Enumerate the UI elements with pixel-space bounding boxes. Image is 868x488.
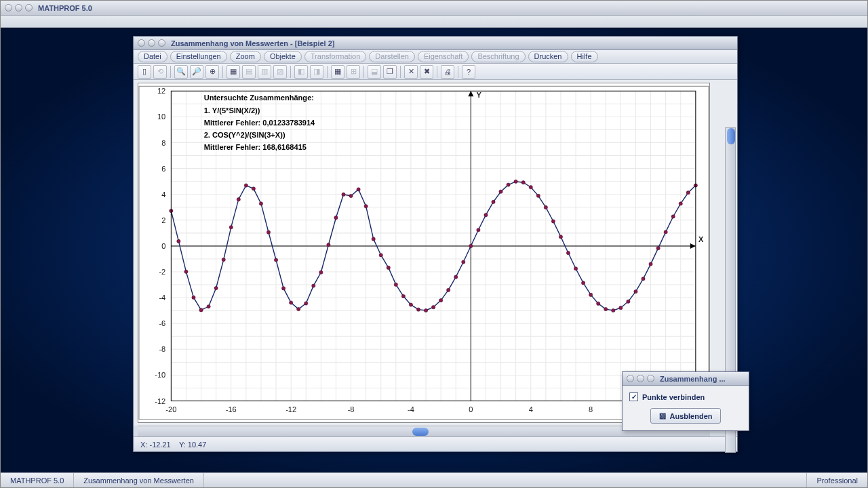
- svg-point-108: [312, 284, 315, 287]
- svg-text:X: X: [698, 235, 704, 243]
- app-window: MATHPROF 5.0 Zusammenhang von Messwerten…: [0, 0, 868, 488]
- svg-point-91: [184, 270, 188, 273]
- window-dot[interactable]: [637, 375, 644, 382]
- connect-points-checkbox[interactable]: [629, 392, 638, 401]
- tool-delete-2[interactable]: ✖: [420, 65, 433, 79]
- svg-point-130: [477, 228, 480, 232]
- menu-eigenschaft: Eigenschaft: [418, 51, 469, 62]
- svg-point-115: [364, 205, 368, 208]
- svg-point-94: [207, 305, 210, 308]
- window-dot[interactable]: [627, 375, 634, 382]
- toolbar-separator: [363, 66, 364, 78]
- svg-point-98: [237, 198, 240, 201]
- svg-point-141: [559, 235, 562, 239]
- svg-point-127: [454, 275, 458, 279]
- tool-page[interactable]: ▯: [138, 65, 151, 79]
- svg-text:12: 12: [157, 87, 165, 95]
- toolbar-separator: [170, 66, 171, 78]
- svg-point-100: [252, 187, 255, 190]
- svg-text:0: 0: [161, 242, 165, 250]
- svg-point-139: [544, 205, 547, 209]
- tool-data: ⊞: [347, 65, 360, 79]
- window-dot[interactable]: [158, 39, 165, 47]
- svg-point-93: [199, 308, 203, 312]
- svg-point-96: [222, 258, 225, 262]
- svg-point-138: [536, 194, 540, 197]
- menu-hilfe[interactable]: Hilfe: [571, 51, 598, 62]
- tool-panel-1: ◧: [294, 65, 308, 79]
- tool-zoom-in[interactable]: 🔍: [174, 65, 188, 79]
- svg-point-117: [379, 253, 382, 257]
- svg-text:-20: -20: [165, 405, 176, 413]
- float-titlebar[interactable]: Zusammenhang ...: [623, 372, 749, 386]
- child-titlebar[interactable]: Zusammenhang von Messwerten - [Beispiel …: [134, 37, 737, 50]
- child-window-controls[interactable]: [138, 39, 165, 47]
- svg-text:8: 8: [589, 405, 593, 413]
- svg-point-97: [229, 226, 233, 229]
- app-titlebar[interactable]: MATHPROF 5.0: [1, 1, 867, 16]
- status-app: MATHPROF 5.0: [1, 473, 74, 487]
- window-dot[interactable]: [25, 4, 33, 12]
- menu-darstellen: Darstellen: [369, 51, 415, 62]
- window-dot[interactable]: [5, 4, 12, 12]
- scroll-thumb[interactable]: [727, 128, 735, 144]
- svg-point-90: [177, 239, 180, 243]
- tool-help[interactable]: ?: [462, 65, 475, 79]
- tool-layout-1: ▤: [242, 65, 256, 79]
- hide-button[interactable]: ▨ Ausblenden: [650, 408, 722, 424]
- svg-point-148: [612, 308, 615, 312]
- window-dot[interactable]: [138, 39, 145, 47]
- child-window: Zusammenhang von Messwerten - [Beispiel …: [133, 36, 738, 452]
- svg-text:2: 2: [161, 216, 165, 224]
- svg-text:2. COS(Y^2)/(SIN(3+X)): 2. COS(Y^2)/(SIN(3+X)): [204, 131, 285, 139]
- tool-win-2[interactable]: ❐: [383, 65, 397, 79]
- window-dot[interactable]: [647, 375, 654, 382]
- tool-table[interactable]: ▦: [331, 65, 344, 79]
- svg-point-145: [589, 293, 593, 296]
- connect-points-row[interactable]: Punkte verbinden: [629, 392, 742, 401]
- tool-grid[interactable]: ▦: [226, 65, 240, 79]
- float-window-controls[interactable]: [627, 375, 654, 382]
- svg-text:-10: -10: [155, 371, 165, 379]
- menu-datei[interactable]: Datei: [138, 51, 167, 62]
- app-statusbar: MATHPROF 5.0 Zusammenhang von Messwerten…: [1, 472, 867, 487]
- scroll-thumb[interactable]: [412, 428, 429, 436]
- window-dot[interactable]: [148, 39, 155, 47]
- menu-drucken[interactable]: Drucken: [528, 51, 568, 62]
- svg-point-143: [574, 267, 577, 270]
- svg-point-144: [581, 281, 585, 285]
- svg-point-146: [597, 302, 600, 305]
- svg-point-158: [686, 191, 690, 195]
- status-edition: Professional: [806, 473, 867, 487]
- svg-point-103: [274, 258, 277, 262]
- svg-point-125: [439, 299, 443, 302]
- svg-text:-8: -8: [159, 345, 165, 353]
- svg-text:4: 4: [529, 405, 533, 413]
- coord-x-value: -12.21: [149, 441, 170, 449]
- menu-zoom[interactable]: Zoom: [230, 51, 261, 62]
- svg-point-124: [431, 306, 435, 309]
- svg-text:-8: -8: [348, 405, 355, 413]
- toolbar: ▯⟲🔍🔎⊕▦▤▥▧◧◨▦⊞⬓❐✕✖🖨?: [134, 64, 737, 80]
- window-dot[interactable]: [15, 4, 22, 12]
- tool-zoom-out[interactable]: 🔎: [190, 65, 203, 79]
- menu-objekte[interactable]: Objekte: [264, 51, 302, 62]
- tool-zoom-region[interactable]: ⊕: [205, 65, 219, 79]
- window-controls[interactable]: [5, 4, 33, 12]
- svg-point-122: [416, 308, 420, 311]
- tool-print[interactable]: 🖨: [441, 65, 454, 79]
- svg-point-129: [469, 244, 473, 247]
- svg-point-154: [656, 247, 660, 250]
- svg-point-110: [327, 243, 330, 247]
- svg-point-121: [409, 303, 412, 306]
- status-doc: Zusammenhang von Messwerten: [74, 473, 204, 487]
- tool-delete-1[interactable]: ✕: [404, 65, 418, 79]
- toolbar-separator: [458, 66, 458, 78]
- svg-text:8: 8: [161, 139, 165, 147]
- tool-layout-2: ▥: [258, 65, 271, 79]
- toolbar-separator: [437, 66, 437, 78]
- svg-point-142: [566, 251, 570, 255]
- svg-text:-4: -4: [408, 405, 414, 413]
- svg-text:Mittlerer Fehler: 0,0123378391: Mittlerer Fehler: 0,01233783914: [204, 119, 315, 127]
- menu-einstellungen[interactable]: Einstellungen: [170, 51, 227, 62]
